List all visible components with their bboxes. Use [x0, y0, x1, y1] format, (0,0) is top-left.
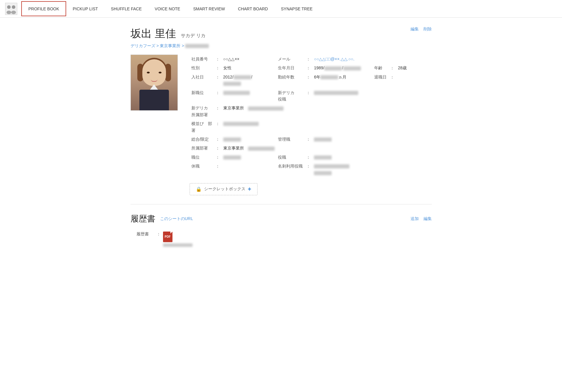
blurred-kanri: [314, 137, 332, 142]
blurred-hire-day: [223, 82, 241, 86]
nav-item-chart-board[interactable]: CHART BOARD: [232, 0, 274, 17]
label-new-delica-role: 新デリカ役職: [276, 88, 304, 104]
info-row-new-position: 新職位 ： 新デリカ役職 ：: [190, 88, 432, 104]
label-email: メール: [276, 55, 304, 63]
value-retirement: [396, 73, 431, 88]
profile-body: 社員番号 ： ○○△△×× メール ： ○○△△□□@××.△△.○○. 性別 …: [131, 55, 432, 195]
blurred-new-delica: [314, 91, 358, 95]
blurred-shobu: [248, 147, 275, 151]
value-kyushoku: [221, 162, 265, 177]
breadcrumb-blurred: [185, 44, 209, 48]
photo-mouth: [151, 79, 157, 82]
value-birthdate: 1989//: [312, 63, 366, 72]
value-gender: 女性: [221, 63, 265, 72]
resume-value: PDF: [163, 232, 193, 247]
resume-edit-link[interactable]: 編集: [423, 216, 432, 222]
nav-item-pickup-list[interactable]: PICKUP LIST: [66, 0, 104, 17]
blurred-sogo: [223, 137, 241, 142]
blurred-months: [320, 75, 338, 79]
label-kyushoku: 休職: [190, 162, 214, 177]
value-meishi: [312, 162, 366, 177]
info-table: 社員番号 ： ○○△△×× メール ： ○○△△□□@××.△△.○○. 性別 …: [190, 55, 432, 177]
navigation: PROFILE BOOK PICKUP LIST SHUFFLE FACE VO…: [0, 0, 562, 18]
blurred-meishi2: [314, 171, 332, 175]
secret-box-button[interactable]: 🔒 シークレットボックス ✚: [190, 183, 258, 195]
blurred-hire-month: [234, 75, 251, 79]
label-new-delica-office: 新デリカ所属部署: [190, 104, 214, 119]
profile-name-kanji: 坂出 里佳: [131, 27, 176, 41]
photo-background: [131, 55, 177, 110]
svg-point-2: [12, 5, 15, 9]
label-birthdate: 生年月日: [276, 63, 304, 72]
breadcrumb-company[interactable]: デリカフーズ: [131, 43, 155, 48]
svg-point-3: [6, 11, 11, 14]
pdf-icon[interactable]: PDF: [163, 232, 172, 242]
resume-add-link[interactable]: 追加: [410, 216, 419, 222]
profile-name-block: 坂出 里佳 サカデ リカ: [131, 27, 206, 41]
breadcrumb: デリカフーズ > 東京事業所 >: [131, 43, 432, 49]
breadcrumb-office[interactable]: 東京事業所: [160, 43, 180, 48]
blurred-meishi: [314, 164, 349, 168]
value-yokonami: [221, 119, 367, 135]
info-row-shobu: 所属部署 ： 東京事業所: [190, 144, 432, 152]
photo-eyes: [147, 72, 162, 73]
value-shokui: [221, 153, 265, 162]
value-employee-number: ○○△△××: [221, 55, 265, 63]
nav-item-smart-review[interactable]: SMART REVIEW: [187, 0, 232, 17]
resume-title: 履歴書: [131, 213, 155, 224]
profile-header: 坂出 里佳 サカデ リカ 編集 削除: [131, 27, 432, 41]
profile-actions: 編集 削除: [410, 27, 432, 32]
label-employee-number: 社員番号: [190, 55, 214, 63]
blurred-yaku: [314, 155, 332, 160]
label-gender: 性別: [190, 63, 214, 72]
svg-point-1: [7, 5, 11, 9]
info-row-delica-office: 新デリカ所属部署 ： 東京事業所: [190, 104, 432, 119]
nav-menu: PROFILE BOOK PICKUP LIST SHUFFLE FACE VO…: [21, 0, 319, 17]
main-content: 坂出 里佳 サカデ リカ 編集 削除 デリカフーズ > 東京事業所 >: [119, 18, 444, 258]
resume-title-block: 履歴書 このシートのURL: [131, 213, 193, 224]
blurred-delica-office: [248, 106, 284, 111]
nav-item-synapse-tree[interactable]: SYNAPSE TREE: [274, 0, 319, 17]
info-row-hire: 入社日 ： 2012// 勤続年数 ： 6年ヵ月 退職日 ：: [190, 73, 432, 88]
label-kanrishoku: 管理職: [276, 135, 304, 144]
info-row-shokui: 職位 ： 役職 ：: [190, 153, 432, 162]
svg-point-4: [11, 11, 16, 14]
label-shobu: 所属部署: [190, 144, 214, 152]
nav-item-profile-book[interactable]: PROFILE BOOK: [21, 1, 66, 16]
value-new-delica-role: [312, 88, 366, 104]
photo-hair-right: [165, 64, 171, 81]
value-years-service: 6年ヵ月: [312, 73, 366, 88]
secret-box-label: シークレットボックス: [204, 186, 245, 192]
value-shobu: 東京事業所: [221, 144, 367, 152]
photo-placeholder: [131, 55, 178, 111]
resume-actions: 追加 編集: [410, 216, 432, 222]
value-new-delica-office: 東京事業所: [221, 104, 367, 119]
value-age: 28歳: [396, 63, 431, 72]
info-row-yokonami: 横並び 部署 ：: [190, 119, 432, 135]
resume-section-header: 履歴書 このシートのURL 追加 編集: [131, 213, 432, 224]
nav-item-voice-note[interactable]: VOICE NOTE: [148, 0, 187, 17]
label-meishi: 名刺利用役職: [276, 162, 304, 177]
app-logo: [5, 2, 18, 15]
label-new-position: 新職位: [190, 88, 214, 104]
lock-icon: 🔒: [196, 186, 202, 192]
resume-url-link[interactable]: このシートのURL: [160, 216, 193, 222]
value-email[interactable]: ○○△△□□@××.△△.○○.: [312, 55, 366, 63]
label-shokui: 職位: [190, 153, 214, 162]
value-new-position: [221, 88, 265, 104]
info-row-employee-email: 社員番号 ： ○○△△×× メール ： ○○△△□□@××.△△.○○.: [190, 55, 432, 63]
value-sogo: [221, 135, 265, 144]
photo-eye-right: [159, 72, 162, 73]
blurred-new-pos: [223, 91, 250, 95]
label-years-service: 勤続年数: [276, 73, 304, 88]
photo-face: [142, 59, 166, 86]
info-row-gender-birth: 性別 ： 女性 生年月日 ： 1989// 年齢 ： 28歳: [190, 63, 432, 72]
profile-info: 社員番号 ： ○○△△×× メール ： ○○△△□□@××.△△.○○. 性別 …: [190, 55, 432, 195]
delete-link[interactable]: 削除: [423, 27, 432, 32]
nav-item-shuffle-face[interactable]: SHUFFLE FACE: [105, 0, 148, 17]
blurred-birth-day: [343, 66, 361, 70]
label-retirement: 退職日: [372, 73, 388, 88]
edit-link[interactable]: 編集: [410, 27, 419, 32]
info-row-kyushoku: 休職 ： 名刺利用役職 ：: [190, 162, 432, 177]
blurred-yokonami: [223, 122, 259, 126]
